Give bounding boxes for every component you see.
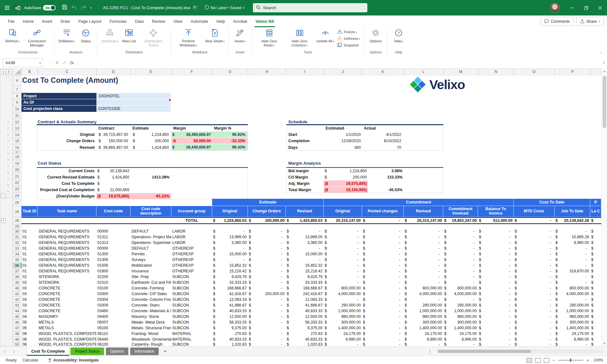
column-header-B[interactable]: B xyxy=(21,68,38,75)
zoom-in-icon[interactable]: + xyxy=(586,358,589,363)
table-column-header-original[interactable]: Original xyxy=(324,206,362,217)
ribbon-button-perform-writeback[interactable]: Perform Writeback▾ xyxy=(174,28,203,48)
table-column-header-task-id[interactable]: Task ID xyxy=(21,206,38,217)
table-row-40[interactable]: 03CONCRETE03100Concrete- FormingSUBCON$1… xyxy=(0,285,601,291)
insert-function-icon[interactable]: fx xyxy=(70,60,74,65)
table-row-46[interactable]: 05METALS05007Metals- Metal DeckSUBCON$58… xyxy=(0,319,601,325)
ribbon-button-unfreeze[interactable]: Unfreeze▾ xyxy=(336,36,361,41)
tabs-next-icon[interactable]: › xyxy=(9,347,19,356)
formula-bar-expand-icon[interactable]: ▾ xyxy=(603,61,604,64)
row-header-9[interactable]: 9 xyxy=(13,99,21,106)
menu-tab-insert[interactable]: Insert xyxy=(38,15,57,27)
ribbon-button-refresh[interactable]: Refresh▾ xyxy=(4,28,21,44)
column-header-P[interactable]: P xyxy=(555,68,590,75)
table-row-36[interactable]: 01GENERAL REQUIREMENTS01505MobilizationO… xyxy=(0,263,601,268)
table-row-34[interactable]: 01GENERAL REQUIREMENTS01300PermitsOTHERE… xyxy=(0,251,601,257)
row-header-7[interactable]: 7 xyxy=(13,86,21,93)
column-header-I[interactable]: I xyxy=(286,68,324,75)
table-row-39[interactable]: 02SITEWORK02310Earthwork- Cut and FillSU… xyxy=(0,280,601,285)
ribbon-button-drilldown[interactable]: Drilldown▾ xyxy=(57,28,76,44)
column-header-F[interactable]: F xyxy=(171,68,212,75)
permissions-icon[interactable] xyxy=(193,5,197,10)
column-header-partial[interactable] xyxy=(590,68,601,75)
app-launcher-icon[interactable] xyxy=(4,4,11,11)
column-header-L[interactable]: L xyxy=(404,68,443,75)
table-column-header-la-c[interactable]: La C xyxy=(590,206,601,217)
sheet-tab-options[interactable]: Options xyxy=(106,348,128,355)
table-row-35[interactable]: 01GENERAL REQUIREMENTS01305SurveysOTHERE… xyxy=(0,257,601,263)
label-status[interactable]: No Label • Saved xyxy=(211,6,241,10)
save-icon[interactable] xyxy=(62,4,67,11)
ribbon-button-status[interactable]: Status xyxy=(77,28,95,44)
table-row-45[interactable]: 04MASONRY04400Masonry- StoneSUBCON$12,50… xyxy=(0,314,601,319)
column-header-E[interactable]: E xyxy=(131,68,171,75)
row-header-12[interactable]: 12 xyxy=(13,118,21,125)
table-row-50[interactable]: 06WOOD, PLASTICS, COMPOSITES06100Carpent… xyxy=(0,342,601,346)
row-header-28[interactable]: 28 xyxy=(13,217,21,224)
horizontal-scrollbar-thumb[interactable] xyxy=(438,350,531,353)
table-row-47[interactable]: 05METALS05100Metals- Structural FranSUBC… xyxy=(0,325,601,331)
outline-level-2[interactable]: 2 xyxy=(6,69,11,75)
table-column-header-original[interactable]: Original xyxy=(212,206,248,217)
scroll-down-icon[interactable]: ▼ xyxy=(602,342,607,345)
sheet-tab-information[interactable]: Information xyxy=(130,348,159,355)
row-header-24[interactable]: 24 xyxy=(13,192,21,199)
menu-tab-review[interactable]: Review xyxy=(148,15,169,27)
menu-tab-help[interactable]: Help xyxy=(212,15,229,27)
ribbon-button-insert[interactable]: Insert▾ xyxy=(231,28,249,44)
param-value[interactable] xyxy=(96,99,171,105)
ribbon-button-connection-manager[interactable]: Connection Manager xyxy=(22,28,52,48)
outline-level-1[interactable]: 1 xyxy=(1,69,6,75)
redo-icon[interactable] xyxy=(81,5,86,11)
menu-tab-home[interactable]: Home xyxy=(19,15,38,27)
ribbon-button-freeze[interactable]: Freeze▾ xyxy=(336,29,361,35)
column-header-O[interactable]: O xyxy=(514,68,555,75)
minimize-button[interactable] xyxy=(565,0,579,15)
table-row-32[interactable]: 01GENERAL REQUIREMENTS01313Operations- S… xyxy=(0,240,601,246)
row-header-18[interactable]: 18 xyxy=(13,153,21,160)
search-input[interactable]: Search xyxy=(253,3,367,12)
table-row-33[interactable]: 01GENERAL REQUIREMENTS00000DEFAULTOTHERE… xyxy=(0,246,601,251)
column-header-H[interactable]: H xyxy=(248,68,286,75)
row-header-11[interactable]: 11 xyxy=(13,112,21,118)
column-header-J[interactable]: J xyxy=(324,68,362,75)
restore-button[interactable] xyxy=(579,0,593,15)
share-button[interactable]: Share ▾ xyxy=(576,17,604,26)
row-header-16[interactable]: 16 xyxy=(13,144,21,151)
sheet-grid[interactable]: 12−+BCDEFGHIJKLMNOP678910111213141516171… xyxy=(0,68,607,346)
quick-access-caret-icon[interactable]: ▾ xyxy=(90,6,92,9)
row-header-25[interactable]: 25 xyxy=(13,199,21,206)
ribbon-button-unhide-all[interactable]: Unhide All▾ xyxy=(315,28,336,44)
formula-input[interactable] xyxy=(77,59,601,67)
comments-button[interactable]: Comments xyxy=(541,17,573,26)
table-column-header-posted-changes[interactable]: Posted changes xyxy=(362,206,404,217)
select-all-corner[interactable] xyxy=(13,68,21,75)
page-break-view-icon[interactable] xyxy=(544,358,549,363)
normal-view-icon[interactable] xyxy=(527,358,532,363)
table-row-41[interactable]: 03CONCRETE03300Concrete- CIP SlabsSUBCON… xyxy=(0,291,601,297)
ribbon-button-new-list[interactable]: New List xyxy=(120,28,138,44)
menu-tab-formulas[interactable]: Formulas xyxy=(106,15,131,27)
table-row-48[interactable]: 06WOOD, PLASTICS, COMPOSITES06110Framing… xyxy=(0,331,601,337)
document-title[interactable]: AC-CRE-FC1 - Cost To Complete (Amount).x… xyxy=(103,5,190,10)
menu-tab-velixo-nx[interactable]: Velixo NX xyxy=(251,15,278,27)
outline-expand-button[interactable]: + xyxy=(1,218,6,223)
enter-icon[interactable]: ✓ xyxy=(63,60,66,65)
ribbon-button-options[interactable]: Options xyxy=(367,28,384,44)
column-header-M[interactable]: M xyxy=(443,68,478,75)
name-box[interactable]: AA36▾ xyxy=(3,58,43,67)
column-header-C[interactable]: C xyxy=(38,68,96,75)
sheet-tab-cost-to-complete[interactable]: Cost To Complete xyxy=(27,347,70,356)
row-header-19[interactable]: 19 xyxy=(13,160,21,167)
table-column-header-balance-to-invoice[interactable]: Balance To Invoice xyxy=(478,206,514,217)
row-header-6[interactable]: 6 xyxy=(13,75,21,86)
row-header-15[interactable]: 15 xyxy=(13,138,21,144)
table-row-43[interactable]: 03CONCRETE03309Concrete- StairsSUBCON$41… xyxy=(0,302,601,308)
row-header-20[interactable]: 20 xyxy=(13,167,21,173)
tabstrip-more-icon[interactable]: ⋮ xyxy=(427,347,432,356)
ribbon-button-new-sheet[interactable]: New Sheet▾ xyxy=(204,28,226,44)
table-column-header-change-orders[interactable]: Change Orders xyxy=(248,206,286,217)
menu-tab-draw[interactable]: Draw xyxy=(56,15,74,27)
table-row-30[interactable]: 01GENERAL REQUIREMENTS00000DEFAULTLABOR$… xyxy=(0,228,601,234)
table-column-header-commitment-invoiced[interactable]: Commitment Invoiced xyxy=(443,206,478,217)
